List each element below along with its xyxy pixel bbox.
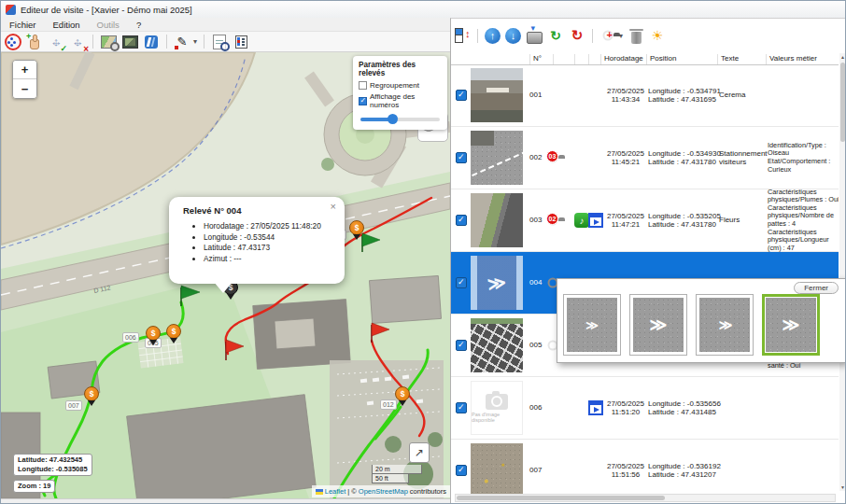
scroll-down-icon[interactable]: ▼ (839, 483, 846, 491)
numbers-size-slider[interactable] (360, 114, 440, 124)
photo-thumbnail[interactable]: ≫ (629, 294, 687, 356)
app-icon (6, 5, 16, 15)
row-thumbnail[interactable] (471, 443, 523, 494)
table-row[interactable]: 007 27/05/202511:51:56 Longitude : -0.53… (451, 440, 839, 494)
table-row[interactable]: 002 03 27/05/202511:45:21 Longitude : -0… (451, 127, 839, 189)
move-points-cancel-icon[interactable]: ↔↕× (69, 34, 86, 50)
photos-popup: Fermer ≫ ≫ ≫ ≫ (557, 278, 846, 363)
record-points-icon[interactable] (5, 34, 21, 50)
row-timestamp: 27/05/202511:43:34 (602, 64, 649, 126)
toolbar-separator (92, 35, 93, 49)
refresh-icon[interactable] (547, 27, 564, 44)
survey-marker[interactable]: $ (349, 220, 364, 235)
row-valeurs (768, 64, 839, 126)
regroupement-checkbox[interactable] (359, 81, 367, 90)
table-row[interactable]: 001 27/05/202511:43:34 Longitude : -0.53… (451, 64, 839, 127)
row-number: 001 (529, 64, 552, 126)
row-thumbnail[interactable] (471, 68, 523, 122)
ukraine-flag-icon (316, 489, 323, 495)
fit-bounds-button[interactable] (409, 442, 430, 463)
row-position: Longitude : -0.534791Latitude : 47.43169… (648, 64, 721, 126)
menu-edition[interactable]: Edition (45, 20, 89, 30)
row-thumbnail[interactable] (471, 131, 523, 185)
menu-fichier[interactable]: Fichier (1, 20, 45, 30)
rotate-icon[interactable] (569, 27, 585, 44)
row-checkbox[interactable] (456, 215, 467, 226)
search-list-icon[interactable] (211, 34, 228, 50)
add-photo-icon[interactable]: + (599, 27, 616, 44)
no-image-label: Pas d'image disponible (472, 412, 522, 423)
leaflet-link[interactable]: Leaflet (325, 487, 346, 496)
osm-link[interactable]: OpenStreetMap (359, 487, 408, 496)
row-checkbox[interactable] (456, 465, 467, 476)
map-view[interactable]: D 112 (1, 52, 451, 498)
row-position: Longitude : -0.535656Latitude : 47.43148… (648, 377, 721, 439)
scale-imperial: 50 ft (372, 474, 409, 483)
horizontal-scrollbar[interactable] (455, 494, 836, 502)
survey-marker[interactable]: $ (166, 324, 181, 339)
menu-bar: Fichier Edition Outils ? (1, 18, 450, 31)
toggle-selection-icon[interactable]: ↕ (454, 27, 471, 44)
osm-map-icon[interactable] (143, 34, 160, 50)
zoom-out-button[interactable]: − (13, 79, 36, 98)
row-position: Longitude : -0.535205Latitude : 47.43178… (648, 189, 721, 251)
zoom-level-box: Zoom : 19 (13, 480, 55, 493)
scrollbar-thumb[interactable] (457, 496, 665, 500)
row-checkbox[interactable] (456, 402, 467, 413)
window-title: Editeur de visite - [Xavier - Démo mai 2… (21, 5, 192, 15)
row-thumbnail[interactable] (471, 256, 523, 310)
numbers-label: Affichage des numéros (370, 92, 442, 109)
survey-marker[interactable]: $ (146, 326, 161, 341)
table-row[interactable]: 003 02 27/05/202511:47:21 Longitude : -0… (451, 189, 839, 252)
audio-icon[interactable] (574, 213, 589, 228)
add-point-hand-icon[interactable]: + (26, 34, 43, 50)
zoom-in-button[interactable]: + (13, 61, 36, 79)
photo-thumbnail[interactable]: ≫ (563, 294, 621, 356)
row-thumbnail[interactable] (471, 318, 523, 372)
photo-thumbnail[interactable]: ≫ (696, 294, 754, 356)
close-icon[interactable]: × (331, 201, 336, 212)
move-up-icon[interactable] (485, 28, 501, 44)
menu-help[interactable]: ? (128, 20, 149, 30)
regroupement-label: Regroupement (370, 81, 419, 90)
move-points-confirm-icon[interactable]: ↔↕✓ (48, 34, 64, 50)
row-checkbox[interactable] (456, 340, 467, 351)
row-checkbox[interactable] (456, 90, 467, 101)
photo-thumbnail-selected[interactable]: ≫ (762, 294, 820, 356)
menu-outils[interactable]: Outils (89, 20, 128, 30)
marker-number-label: 007 (65, 400, 82, 411)
row-position: Longitude : -0.536192Latitude : 47.43120… (648, 440, 721, 494)
brightness-icon[interactable] (649, 27, 666, 44)
zoom-control: + − (12, 60, 37, 99)
row-checkbox[interactable] (456, 277, 467, 288)
survey-parameters-panel: Paramètres des relevés Regroupement Affi… (353, 56, 447, 130)
move-down-icon[interactable] (505, 28, 521, 44)
row-texte: Fleurs (719, 189, 768, 251)
gps-trace-icon[interactable] (174, 34, 190, 50)
row-checkbox[interactable] (456, 152, 467, 163)
video-play-icon[interactable] (588, 213, 603, 228)
import-icon[interactable] (526, 27, 543, 44)
scrollbar-thumb[interactable] (840, 63, 845, 142)
numbers-checkbox[interactable] (359, 97, 367, 105)
vertical-scrollbar[interactable]: ▲ ▼ (839, 53, 846, 491)
chevron-down-icon[interactable]: ▾ (193, 37, 197, 46)
row-texte: Stationnement visiteurs (719, 127, 768, 189)
no-image-icon (486, 394, 508, 410)
fermer-button[interactable]: Fermer (794, 282, 839, 294)
header-valeurs: Valeurs métier (766, 54, 842, 64)
background-image-icon[interactable] (121, 34, 138, 50)
table-row[interactable]: Pas d'image disponible 006 27/05/202511:… (451, 377, 839, 440)
survey-marker[interactable]: $ (395, 386, 410, 401)
title-bar: Editeur de visite - [Xavier - Démo mai 2… (1, 1, 845, 18)
row-position: Longitude : -0.534930Latitude : 47.43178… (648, 127, 721, 189)
map-settings-icon[interactable] (100, 34, 117, 50)
header-position: Position (646, 54, 721, 64)
survey-marker[interactable]: $ (84, 386, 99, 401)
table-header: N° Horodatage Position Texte Valeurs mét… (451, 53, 839, 65)
delete-icon[interactable] (627, 27, 644, 44)
row-thumbnail[interactable] (471, 193, 523, 247)
legend-list-icon[interactable] (233, 34, 249, 50)
row-thumbnail-placeholder[interactable]: Pas d'image disponible (471, 381, 523, 435)
video-play-icon[interactable] (588, 400, 603, 415)
